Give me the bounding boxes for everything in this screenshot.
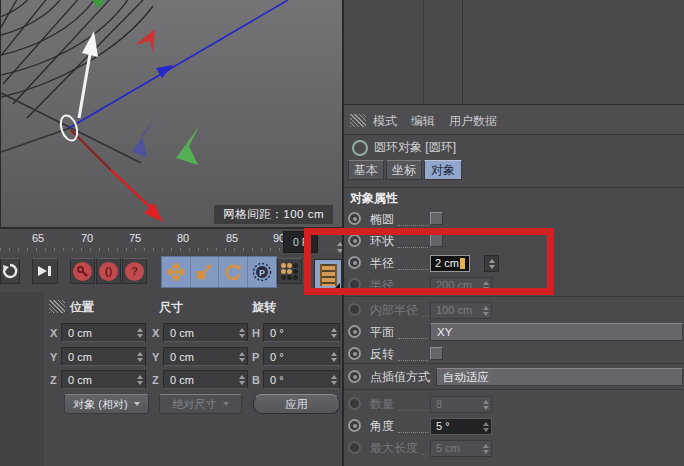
size-mode-dropdown[interactable]: 绝对尺寸	[159, 394, 242, 414]
section-title: 对象属性	[350, 190, 398, 207]
ellipse-checkbox[interactable]	[430, 212, 443, 225]
film-layout-button[interactable]	[314, 259, 342, 291]
loop-icon	[2, 263, 18, 279]
apply-button[interactable]: 应用	[253, 394, 340, 414]
prop-row-interpolation: 点插值方式 自动适应	[348, 367, 682, 387]
menu-edit[interactable]: 编辑	[411, 113, 435, 130]
menu-mode[interactable]: 模式	[373, 113, 397, 130]
dotted-leader	[398, 348, 428, 361]
dotted-leader	[398, 326, 428, 339]
inner-radius-input[interactable]: 100 cm	[430, 302, 492, 319]
tab-coordinates[interactable]: 坐标	[386, 160, 422, 180]
go-to-end-button[interactable]	[32, 258, 58, 284]
ruler-tick-label: 85	[220, 232, 244, 244]
dotted-leader	[398, 398, 428, 411]
keyframe-circle-icon[interactable]	[348, 278, 361, 291]
coord-mode-dropdown[interactable]: 对象 (相对)	[64, 394, 149, 414]
prop-label: 数量	[370, 396, 394, 413]
c4d-window: 网格间距：100 cm 65 70 75 80 85 90 0 F	[0, 0, 684, 466]
keyframe-circle-icon[interactable]	[348, 234, 361, 247]
keyframe-circle-icon[interactable]	[348, 370, 361, 383]
keyframe-filter-group: P	[161, 256, 277, 288]
panel-divider	[462, 0, 463, 104]
prop-label: 环状	[370, 233, 394, 250]
small-green-arrow	[176, 125, 200, 165]
interpolation-dropdown[interactable]: 自动适应	[436, 368, 683, 386]
radius-outer-input[interactable]: 200 cm	[430, 277, 492, 294]
white-arrow-head	[82, 31, 98, 57]
record-help-button[interactable]: ?	[122, 258, 147, 284]
size-z-field[interactable]: 0 cm	[163, 370, 248, 389]
viewport-3d[interactable]: 网格间距：100 cm	[0, 0, 343, 227]
record-parameter-mode-button[interactable]: P	[248, 257, 277, 287]
number-input[interactable]: 8	[430, 396, 492, 413]
rotation-header: 旋转	[252, 299, 276, 316]
panel-grip-icon[interactable]	[49, 300, 65, 313]
prop-row-number: 数量 8	[348, 394, 682, 414]
wireframe-mesh	[1, 0, 153, 118]
position-header: 位置	[70, 299, 94, 316]
keyframe-circle-icon[interactable]	[348, 303, 361, 316]
ruler-tick-label: 75	[123, 232, 147, 244]
keyframe-circle-icon[interactable]	[348, 347, 361, 360]
position-x-field[interactable]: 0 cm	[61, 323, 146, 342]
tab-object[interactable]: 对象	[424, 160, 462, 180]
tab-basic[interactable]: 基本	[348, 160, 384, 180]
panel-grip-icon[interactable]	[350, 114, 366, 127]
ring-checkbox[interactable]	[430, 234, 443, 247]
timeline-ruler[interactable]: 65 70 75 80 85 90 0 F	[0, 227, 342, 257]
keyframe-circle-icon[interactable]	[348, 325, 361, 338]
coordinates-panel: 位置 尺寸 旋转 X 0 cm X 0 cm H 0 ° Y 0 cm Y 0 …	[44, 292, 342, 466]
svg-text:P: P	[259, 268, 265, 278]
keyframe-circle-icon[interactable]	[348, 441, 361, 454]
record-keyframe-button[interactable]	[70, 258, 95, 284]
position-y-field[interactable]: 0 cm	[61, 347, 146, 366]
menu-user-data[interactable]: 用户数据	[449, 113, 497, 130]
p-circle-icon: P	[252, 262, 272, 282]
rotation-p-field[interactable]: 0 °	[263, 347, 340, 366]
keyframe-circle-icon[interactable]	[348, 419, 361, 432]
radius-input[interactable]: 2 cm	[430, 255, 470, 272]
size-y-field[interactable]: 0 cm	[163, 347, 248, 366]
prop-row-radius-outer: 半径 200 cm	[348, 275, 682, 295]
flyout-corner-icon	[334, 283, 340, 289]
prop-label: 平面	[370, 324, 394, 341]
small-red-arrow	[135, 29, 155, 53]
rotate-icon	[224, 263, 242, 281]
record-position-button[interactable]	[162, 257, 191, 287]
grid-spacing-label: 网格间距：100 cm	[214, 205, 333, 224]
divider	[344, 296, 684, 297]
dotted-leader	[398, 279, 428, 292]
angle-input[interactable]: 5 °	[430, 418, 492, 435]
object-title: 圆环对象 [圆环]	[374, 139, 456, 156]
prop-row-angle: 角度 5 °	[348, 416, 682, 436]
go-to-end-icon	[37, 265, 53, 277]
keyframe-circle-icon[interactable]	[348, 256, 361, 269]
keyframe-circle-icon[interactable]	[348, 212, 361, 225]
divider	[344, 187, 684, 188]
current-frame-field[interactable]: 0 F	[283, 231, 318, 253]
record-rotation-button[interactable]	[219, 257, 248, 287]
plane-dropdown[interactable]: XY	[430, 323, 683, 341]
loop-button[interactable]	[0, 258, 20, 284]
prop-row-radius: 半径 2 cm	[348, 253, 682, 273]
animation-toolbar: () ?	[0, 254, 342, 294]
panel-divider	[423, 0, 424, 104]
viewport-scene	[1, 0, 343, 227]
position-z-field[interactable]: 0 cm	[61, 370, 146, 389]
prop-label: 反转	[370, 346, 394, 363]
max-length-input[interactable]: 5 cm	[430, 440, 492, 457]
keyframe-dots-icon	[281, 263, 298, 280]
record-scale-button[interactable]	[191, 257, 220, 287]
radius-stepper[interactable]	[484, 255, 499, 272]
keyframe-selection-button[interactable]	[277, 258, 302, 284]
keyframe-circle-icon[interactable]	[348, 397, 361, 410]
prop-label: 角度	[370, 418, 394, 435]
reverse-checkbox[interactable]	[430, 347, 443, 360]
dotted-leader	[398, 420, 428, 433]
size-x-field[interactable]: 0 cm	[163, 323, 248, 342]
record-parameter-button[interactable]: ()	[96, 258, 121, 284]
rotation-b-field[interactable]: 0 °	[263, 370, 340, 389]
size-header: 尺寸	[159, 299, 183, 316]
rotation-h-field[interactable]: 0 °	[263, 323, 340, 342]
